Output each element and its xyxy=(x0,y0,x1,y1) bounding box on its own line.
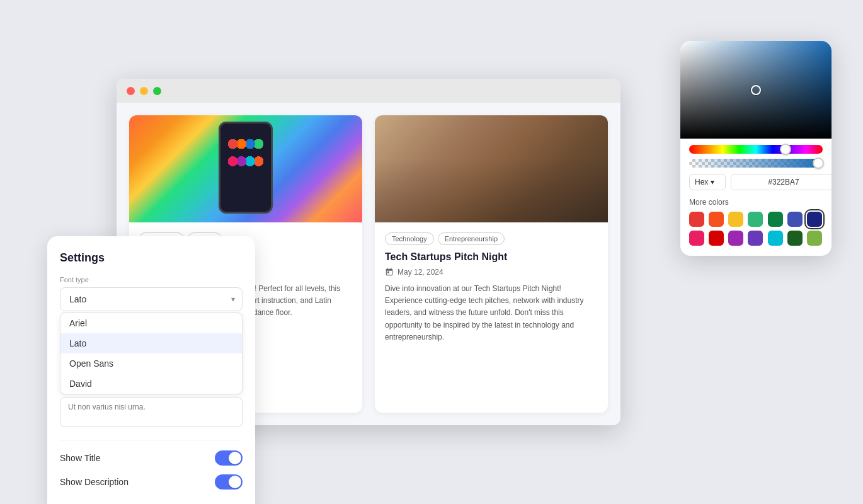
card-date-tech: May 12, 2024 xyxy=(385,268,598,277)
minimize-button[interactable] xyxy=(140,87,148,95)
font-option-david[interactable]: David xyxy=(60,374,242,394)
font-option-opensans[interactable]: Open Sans xyxy=(60,353,242,374)
hex-value-input[interactable] xyxy=(731,174,832,190)
swatches-row1 xyxy=(680,212,832,227)
swatch-purple[interactable] xyxy=(728,231,743,246)
show-description-label: Show Description xyxy=(60,477,129,487)
alpha-thumb xyxy=(813,158,824,169)
swatch-bright-red[interactable] xyxy=(709,231,724,246)
settings-title: Settings xyxy=(60,251,243,265)
swatch-yellow[interactable] xyxy=(728,212,743,227)
card-description-tech: Dive into innovation at our Tech Startup… xyxy=(385,283,598,343)
swatch-blue[interactable] xyxy=(787,212,803,227)
swatch-pink[interactable] xyxy=(689,231,704,246)
swatch-red[interactable] xyxy=(689,212,704,227)
hue-thumb xyxy=(780,144,791,155)
font-dropdown-menu[interactable]: Ariel Lato Open Sans David xyxy=(60,312,243,394)
hue-slider-container xyxy=(680,139,832,168)
swatch-cyan[interactable] xyxy=(768,231,783,246)
card-image-meeting xyxy=(375,115,608,222)
settings-textarea[interactable] xyxy=(60,397,243,427)
show-description-row: Show Description xyxy=(60,474,243,490)
swatch-orange[interactable] xyxy=(709,212,724,227)
hue-slider[interactable] xyxy=(689,145,823,154)
card-body-tech: Technology Entrepreneurship Tech Startup… xyxy=(375,222,608,353)
tag-entrepreneurship: Entrepreneurship xyxy=(438,232,505,245)
swatches-row2 xyxy=(680,231,832,246)
settings-divider xyxy=(60,440,243,440)
swatch-forest-green[interactable] xyxy=(787,231,803,246)
swatch-deep-purple[interactable] xyxy=(748,231,763,246)
alpha-slider[interactable] xyxy=(689,159,823,168)
hex-input-row: Hex ▾ 100% xyxy=(680,174,832,190)
font-type-select[interactable]: ArielLatoOpen SansDavid xyxy=(60,287,243,311)
show-title-toggle[interactable] xyxy=(215,450,243,466)
show-title-row: Show Title xyxy=(60,450,243,466)
card-tags-tech: Technology Entrepreneurship xyxy=(385,232,598,245)
swatch-dark-blue[interactable] xyxy=(807,212,822,227)
font-type-label: Font type xyxy=(60,276,243,284)
color-gradient-area[interactable] xyxy=(680,41,832,139)
show-description-toggle[interactable] xyxy=(215,474,243,490)
show-title-label: Show Title xyxy=(60,453,101,463)
color-cursor xyxy=(751,85,761,95)
date-text-tech: May 12, 2024 xyxy=(397,268,443,277)
card-image-phone xyxy=(129,115,362,222)
swatch-green[interactable] xyxy=(748,212,763,227)
tag-technology: Technology xyxy=(385,232,434,245)
titlebar xyxy=(117,79,620,103)
maximize-button[interactable] xyxy=(153,87,161,95)
font-option-ariel[interactable]: Ariel xyxy=(60,313,242,333)
calendar-icon-tech xyxy=(385,268,394,277)
card-tech-startups: Technology Entrepreneurship Tech Startup… xyxy=(375,115,608,413)
font-select-wrapper: ArielLatoOpen SansDavid ▾ xyxy=(60,287,243,311)
hex-format-label: Hex xyxy=(695,178,708,186)
settings-panel: Settings Font type ArielLatoOpen SansDav… xyxy=(47,236,255,504)
more-colors-label: More colors xyxy=(680,198,832,207)
swatch-light-green[interactable] xyxy=(807,231,822,246)
color-picker-panel: Hex ▾ 100% More colors xyxy=(680,41,832,256)
hex-format-select[interactable]: Hex ▾ xyxy=(689,174,726,190)
card-title-tech: Tech Startups Pitch Night xyxy=(385,251,598,263)
font-option-lato[interactable]: Lato xyxy=(60,333,242,353)
swatch-dark-green[interactable] xyxy=(768,212,783,227)
close-button[interactable] xyxy=(127,87,135,95)
hex-format-arrow: ▾ xyxy=(711,178,714,186)
